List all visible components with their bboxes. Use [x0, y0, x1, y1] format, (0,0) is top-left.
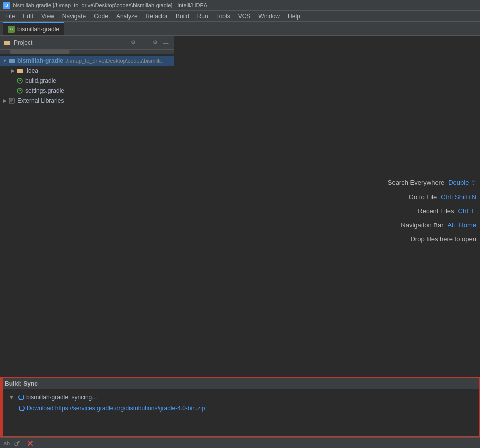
tree-arrow-ext-libs: ▶: [2, 98, 8, 104]
tree-item-idea[interactable]: ▶ .idea: [0, 66, 174, 76]
menu-file[interactable]: File: [2, 12, 18, 21]
menu-bar: File Edit View Navigate Code Analyze Ref…: [0, 11, 480, 22]
idea-folder-icon: [16, 67, 24, 75]
app-icon: IJ: [3, 2, 10, 9]
project-root-icon: [8, 57, 16, 65]
build-tree-row-syncing: ▼ bismillah-gradle: syncing...: [9, 392, 475, 402]
tree-item-external-libs[interactable]: ▶ External Libraries: [0, 96, 174, 106]
menu-vcs[interactable]: VCS: [235, 12, 254, 21]
settings-gradle-icon: [16, 87, 24, 95]
hint-shortcut-gotofile: Ctrl+Shift+N: [441, 190, 476, 205]
panel-gear-icon[interactable]: ⚙: [151, 39, 159, 47]
hint-label-navbar: Navigation Bar: [401, 219, 443, 233]
tree-item-settings-gradle[interactable]: settings.gradle: [0, 86, 174, 96]
svg-line-13: [17, 441, 19, 443]
hint-recent-files: Recent Files Ctrl+E: [388, 204, 476, 219]
menu-tools[interactable]: Tools: [213, 12, 234, 21]
hint-shortcut-navbar: Alt+Home: [448, 219, 476, 233]
window-title: bismillah-gradle [J:\map_to_drive\Deskto…: [13, 2, 207, 8]
title-bar: IJ bismillah-gradle [J:\map_to_drive\Des…: [0, 0, 480, 11]
menu-run[interactable]: Run: [194, 12, 212, 21]
hint-shortcut-search: Double ⇧: [448, 176, 476, 190]
hint-label-drop: Drop files here to open: [410, 232, 476, 247]
tree-scrollbar[interactable]: [0, 50, 174, 54]
menu-refactor[interactable]: Refactor: [142, 12, 171, 21]
menu-view[interactable]: View: [38, 12, 58, 21]
menu-help[interactable]: Help: [284, 12, 304, 21]
svg-point-7: [17, 88, 22, 93]
project-tab-bar: G bismillah-gradle: [0, 22, 480, 36]
panel-sync-icon[interactable]: ≡: [140, 39, 148, 47]
build-row-arrow: ▼: [9, 394, 14, 400]
hint-area: Search Everywhere Double ⇧ Go to File Ct…: [388, 176, 480, 247]
status-ab: ab: [4, 440, 10, 446]
menu-window[interactable]: Window: [255, 12, 283, 21]
hint-nav-bar: Navigation Bar Alt+Home: [388, 219, 476, 233]
hint-label-gotofile: Go to File: [409, 190, 437, 205]
tree-arrow-idea: ▶: [10, 68, 16, 74]
hint-shortcut-recent: Ctrl+E: [458, 204, 476, 219]
svg-rect-5: [17, 69, 23, 73]
build-tree-row-download: Download https://services.gradle.org/dis…: [19, 403, 475, 413]
svg-point-6: [17, 78, 22, 83]
menu-navigate[interactable]: Navigate: [59, 12, 89, 21]
build-panel-content: ▼ bismillah-gradle: syncing... Download …: [1, 389, 479, 436]
red-indicator: [1, 378, 3, 436]
tree-item-root[interactable]: ▼ bismillah-gradle J:\map_to_drive\Deskt…: [0, 56, 174, 66]
tree-label-idea: .idea: [25, 67, 38, 74]
menu-analyze[interactable]: Analyze: [113, 12, 141, 21]
tree-label-root: bismillah-gradle: [17, 57, 63, 64]
project-panel-header: Project ⚙ ≡ ⚙ —: [0, 36, 174, 50]
status-ab-label: ab: [4, 440, 10, 446]
menu-build[interactable]: Build: [172, 12, 193, 21]
tree-label-build-gradle: build.gradle: [25, 77, 56, 84]
tree-path-root: J:\map_to_drive\Desktop\codes\bismilla: [65, 58, 162, 64]
panel-collapse-icon[interactable]: —: [162, 39, 170, 47]
menu-code[interactable]: Code: [90, 12, 112, 21]
menu-edit[interactable]: Edit: [19, 12, 37, 21]
project-tab[interactable]: G bismillah-gradle: [3, 22, 64, 35]
status-bar: ab: [0, 437, 480, 448]
build-panel-header: Build: Sync: [1, 378, 479, 389]
project-tab-label: bismillah-gradle: [17, 26, 59, 33]
app-icon-label: IJ: [4, 3, 8, 8]
hint-search-everywhere: Search Everywhere Double ⇧: [388, 176, 476, 190]
build-syncing-label: bismillah-gradle: syncing...: [26, 394, 97, 401]
tree-label-ext-libs: External Libraries: [17, 97, 64, 104]
tree-scrollbar-thumb[interactable]: [10, 50, 70, 54]
project-panel-title: Project: [14, 39, 126, 46]
project-folder-icon: [4, 39, 11, 46]
tree-item-build-gradle[interactable]: build.gradle: [0, 76, 174, 86]
svg-rect-3: [9, 59, 15, 63]
tree-label-settings-gradle: settings.gradle: [25, 87, 64, 94]
ext-libs-icon: [8, 97, 16, 105]
project-tab-icon: G: [8, 26, 15, 33]
build-download-label: Download https://services.gradle.org/dis…: [27, 405, 205, 412]
build-header-label: Build: Sync: [5, 380, 38, 387]
hint-goto-file: Go to File Ctrl+Shift+N: [388, 190, 476, 205]
hint-label-search: Search Everywhere: [388, 176, 444, 190]
tree-arrow-root: ▼: [2, 58, 8, 64]
build-sync-panel: Build: Sync ▼ bismillah-gradle: syncing.…: [0, 377, 480, 437]
status-icon-close: [27, 440, 34, 447]
build-spinner: [18, 394, 24, 400]
status-icon-wrench: [14, 440, 21, 447]
hint-drop-files: Drop files here to open: [388, 232, 476, 247]
hint-label-recent: Recent Files: [418, 204, 454, 219]
build-gradle-icon: [16, 77, 24, 85]
panel-settings-icon[interactable]: ⚙: [129, 39, 137, 47]
build-download-spinner: [19, 405, 25, 411]
svg-rect-1: [4, 41, 10, 45]
